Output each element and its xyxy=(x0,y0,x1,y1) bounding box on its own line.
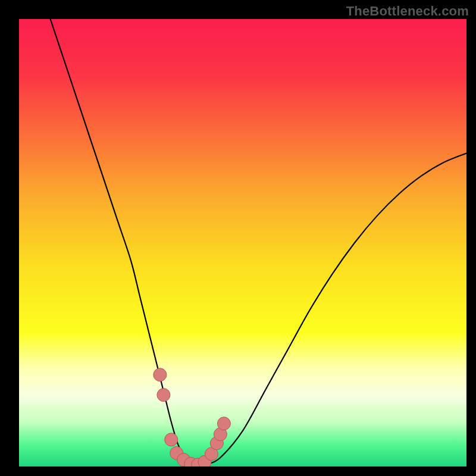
data-marker xyxy=(157,389,170,402)
data-marker xyxy=(165,433,178,446)
curve-layer xyxy=(19,19,466,466)
watermark-text: TheBottleneck.com xyxy=(346,4,469,19)
data-marker xyxy=(154,368,167,381)
chart-frame: TheBottleneck.com xyxy=(0,0,476,476)
data-markers xyxy=(154,368,231,466)
data-marker xyxy=(217,417,230,430)
plot-area xyxy=(19,19,466,466)
bottleneck-curve xyxy=(51,19,466,465)
